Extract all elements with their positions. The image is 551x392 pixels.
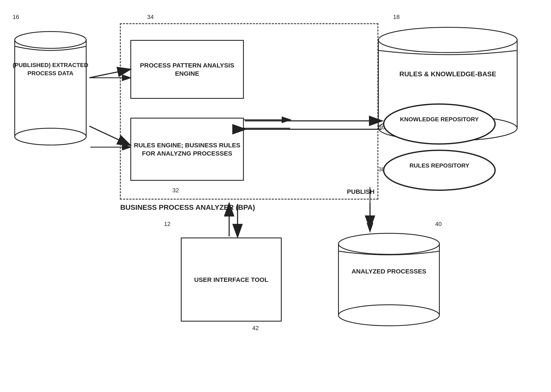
publish-label: PUBLISH	[347, 188, 375, 195]
svg-point-17	[378, 27, 517, 53]
rules-engine-label: RULES ENGINE; BUSINESS RULES FOR ANALYZN…	[131, 141, 243, 157]
ref-34: 34	[147, 14, 154, 20]
extracted-data-label: (PUBLISHED) EXTRACTED PROCESS DATA	[13, 61, 88, 77]
cylinder-extracted-data: (PUBLISHED) EXTRACTED PROCESS DATA	[13, 23, 88, 154]
cylinder-analyzed-processes: ANALYZED PROCESSES	[336, 229, 441, 330]
analyzed-processes-label: ANALYZED PROCESSES	[336, 267, 441, 276]
box-rules-engine: RULES ENGINE; BUSINESS RULES FOR ANALYZN…	[130, 118, 244, 181]
process-pattern-label: PROCESS PATTERN ANALYSIS ENGINE	[131, 61, 243, 77]
knowledge-repo-label: KNOWLEDGE REPOSITORY	[383, 116, 496, 123]
svg-point-22	[338, 233, 439, 254]
svg-point-13	[15, 128, 86, 145]
diagram: 16 (PUBLISHED) EXTRACTED PROCESS DATA 34…	[0, 0, 551, 392]
ref-32: 32	[172, 187, 179, 194]
box-process-pattern: PROCESS PATTERN ANALYSIS ENGINE	[130, 40, 244, 99]
ref-18: 18	[393, 14, 400, 20]
ref-16: 16	[13, 14, 19, 20]
user-interface-label: USER INTERFACE TOOL	[194, 276, 268, 284]
svg-point-18	[384, 104, 495, 144]
rules-knowledge-label: RULES & KNOWLEDGE-BASE	[376, 69, 519, 79]
bpa-label: BUSINESS PROCESS ANALYZER (BPA)	[120, 203, 255, 211]
ref-12: 12	[164, 221, 170, 227]
ref-40: 40	[435, 221, 442, 227]
oval-knowledge-repo: KNOWLEDGE REPOSITORY	[383, 103, 496, 145]
oval-rules-repo: RULES REPOSITORY	[383, 149, 496, 191]
box-user-interface: USER INTERFACE TOOL	[181, 238, 282, 322]
rules-repo-label: RULES REPOSITORY	[383, 162, 496, 169]
svg-point-19	[384, 150, 495, 190]
svg-point-14	[15, 32, 86, 48]
ref-42: 42	[252, 325, 259, 331]
svg-rect-12	[15, 40, 86, 137]
svg-point-21	[338, 305, 439, 326]
